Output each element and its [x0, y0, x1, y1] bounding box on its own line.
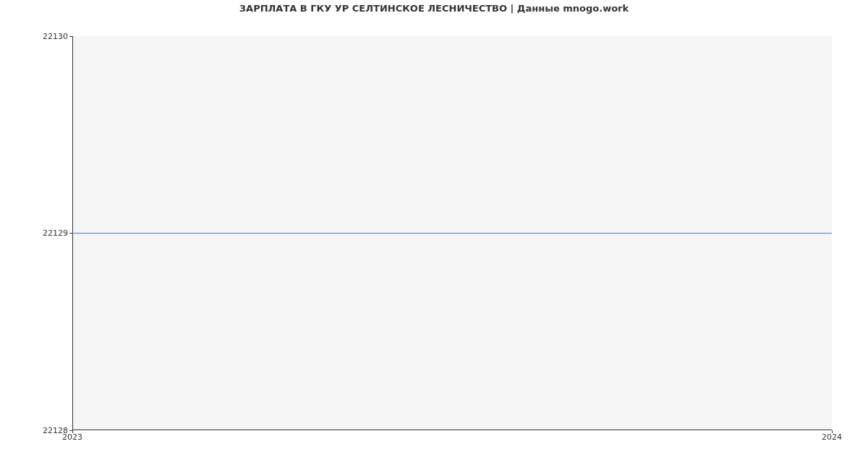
- y-tick-label: 22128: [3, 426, 68, 435]
- y-tick-mark: [69, 36, 72, 37]
- x-tick-mark: [832, 430, 833, 433]
- y-tick-label: 22129: [3, 228, 68, 238]
- chart-container: ЗАРПЛАТА В ГКУ УР СЕЛТИНСКОЕ ЛЕСНИЧЕСТВО…: [0, 0, 868, 470]
- chart-title: ЗАРПЛАТА В ГКУ УР СЕЛТИНСКОЕ ЛЕСНИЧЕСТВО…: [0, 3, 868, 14]
- x-tick-mark: [72, 430, 73, 433]
- series-line: [72, 233, 832, 234]
- y-tick-label: 22130: [3, 32, 68, 41]
- x-tick-label: 2024: [822, 432, 842, 442]
- x-tick-label: 2023: [62, 432, 82, 442]
